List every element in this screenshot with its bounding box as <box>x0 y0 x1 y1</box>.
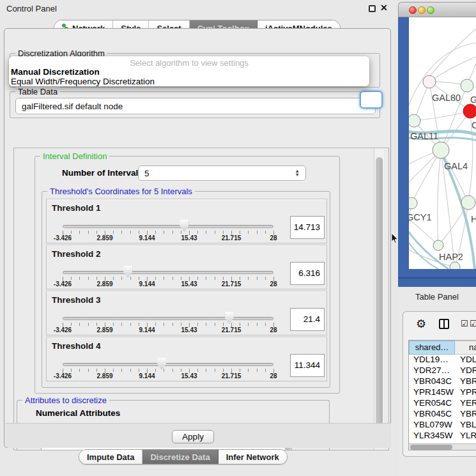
slider-tick <box>88 323 89 326</box>
node-label-c: C <box>472 120 476 130</box>
slider-tick <box>113 323 114 326</box>
settings-scrollbar[interactable] <box>374 148 384 450</box>
algorithm-combobox[interactable] <box>360 91 383 109</box>
table-row[interactable]: YER054CYER0 <box>409 398 476 409</box>
slider-tick-label: 2.859 <box>91 280 119 288</box>
slider-tick-label: 15.43 <box>175 326 203 334</box>
table-row[interactable]: YBR045CYBR0 <box>409 409 476 420</box>
float-window-icon[interactable] <box>369 5 376 12</box>
node-gal4[interactable] <box>433 142 449 158</box>
slider-tick <box>155 231 156 234</box>
table-row[interactable]: YPR145WYPR1 <box>409 387 476 398</box>
threshold-slider-track[interactable] <box>63 225 273 228</box>
slider-tick <box>240 369 240 372</box>
network-canvas[interactable]: GAL80 GA C GAL11 GAL4 GCY1 H HAP2 <box>409 17 476 269</box>
table-row[interactable]: YDL19…YDL1 <box>409 355 476 365</box>
node-gal80[interactable] <box>423 75 436 88</box>
slider-tick <box>248 231 249 234</box>
tab-infer-network[interactable]: Infer Network <box>219 450 287 464</box>
number-of-intervals-combobox[interactable]: 5 ▲▼ <box>138 165 306 181</box>
slider-tick-label: -3.426 <box>49 326 77 334</box>
node-label-gal80: GAL80 <box>432 93 461 103</box>
tab-impute-data[interactable]: Impute Data <box>79 450 142 464</box>
cell-shared-name[interactable]: YBR045C <box>409 409 455 420</box>
slider-tick-label: 28 <box>259 372 288 380</box>
cell-shared-name[interactable]: YDL19… <box>409 355 455 365</box>
table-row[interactable]: YBR043CYBR0 <box>409 376 476 387</box>
slider-tick <box>130 323 131 326</box>
cell-name[interactable]: YER0 <box>455 398 476 409</box>
screen: Control Panel ✕ Network Style Select Cyn… <box>0 0 476 476</box>
cell-shared-name[interactable]: YBR043C <box>409 376 455 387</box>
node-label-ga: GA <box>470 95 476 105</box>
threshold-slider-thumb[interactable] <box>225 312 234 324</box>
slider-tick-label: 2.859 <box>91 372 119 380</box>
zoom-traffic-light[interactable] <box>427 6 434 14</box>
slider-tick <box>206 231 206 234</box>
threshold-slider-thumb[interactable] <box>157 358 166 370</box>
slider-tick <box>248 369 249 372</box>
threshold-slider-track[interactable] <box>63 271 273 274</box>
node-hap2[interactable] <box>433 240 443 250</box>
threshold-panel: Threshold 2 -3.4262.8599.14415.4321.7152… <box>46 245 327 289</box>
apply-button[interactable]: Apply <box>172 430 214 443</box>
cell-shared-name[interactable]: YER054C <box>409 398 455 409</box>
column-layout-icon[interactable] <box>439 319 449 329</box>
node-red-selected[interactable] <box>463 104 476 118</box>
threshold-label: Threshold 3 <box>52 295 101 305</box>
settings-scrollbar-thumb[interactable] <box>376 157 383 433</box>
cell-shared-name[interactable]: YBL079W <box>409 420 455 431</box>
cell-name[interactable]: YBL0 <box>455 420 476 431</box>
table-data-combobox[interactable]: galFiltered.sif default node ▲▼ <box>15 98 376 114</box>
cell-name[interactable]: YPR1 <box>455 387 476 398</box>
threshold-value-field[interactable]: 21.4 <box>290 308 325 331</box>
node-bottom[interactable] <box>450 262 460 269</box>
node-gcy1[interactable] <box>409 197 417 209</box>
cell-shared-name[interactable]: YLR345W <box>409 431 455 441</box>
cell-name[interactable]: YLR3 <box>455 431 476 441</box>
checkbox-icon[interactable]: ☑ <box>470 319 476 328</box>
slider-tick <box>223 277 224 280</box>
slider-tick <box>265 231 266 234</box>
threshold-slider-track[interactable] <box>63 317 273 320</box>
column-header-shared-name[interactable]: shared… <box>409 341 455 355</box>
table-hscroll-thumb[interactable] <box>410 445 452 450</box>
tab-discretize-data[interactable]: Discretize Data <box>142 450 218 464</box>
cell-name[interactable]: YBR0 <box>455 409 476 420</box>
cell-shared-name[interactable]: YPR145W <box>409 387 455 398</box>
threshold-value-field[interactable]: 6.316 <box>290 262 325 285</box>
slider-tick <box>130 277 131 280</box>
table-row[interactable]: YBL079WYBL0 <box>409 420 476 431</box>
close-icon[interactable]: ✕ <box>380 3 388 13</box>
popup-item-manual-discretization[interactable]: Manual Discretization <box>11 67 100 77</box>
gear-icon[interactable]: ⚙ <box>416 317 426 331</box>
number-of-intervals-label: Number of Intervals <box>62 168 143 178</box>
threshold-slider-track[interactable] <box>63 363 273 366</box>
checkbox-icon[interactable]: ☑ <box>461 319 468 328</box>
node-h[interactable] <box>461 196 475 210</box>
cell-shared-name[interactable]: YDR27… <box>409 365 455 376</box>
table-horizontal-scrollbar[interactable] <box>409 443 476 450</box>
table-panel-title: Table Panel <box>415 292 459 302</box>
slider-tick <box>155 369 156 372</box>
table-row[interactable]: YLR345WYLR3 <box>409 431 476 441</box>
table-row[interactable]: YDR27…YDR2 <box>409 365 476 376</box>
minimize-traffic-light[interactable] <box>418 6 426 14</box>
node-ga[interactable] <box>461 79 473 92</box>
cell-name[interactable]: YDL1 <box>455 355 476 365</box>
popup-item-equal-width-frequency[interactable]: Equal Width/Frequency Discretization <box>11 77 155 86</box>
cell-name[interactable]: YDR2 <box>455 365 476 376</box>
slider-tick-label: 9.144 <box>133 280 161 288</box>
slider-tick <box>257 277 257 280</box>
slider-tick <box>215 231 215 234</box>
column-header-name[interactable]: na <box>455 341 476 355</box>
close-traffic-light[interactable] <box>409 6 417 14</box>
threshold-slider-thumb[interactable] <box>123 266 132 278</box>
slider-tick <box>265 369 266 372</box>
threshold-value-field[interactable]: 14.713 <box>290 216 325 239</box>
threshold-value-field[interactable]: 11.344 <box>290 354 325 377</box>
cell-name[interactable]: YBR0 <box>455 376 476 387</box>
algorithm-dropdown-popup: Select algorithm to view settings Manual… <box>9 56 369 86</box>
node-gal11[interactable] <box>409 114 420 127</box>
node-attribute-table[interactable]: shared… na YDL19…YDL1YDR27…YDR2YBR043CYB… <box>408 340 476 450</box>
